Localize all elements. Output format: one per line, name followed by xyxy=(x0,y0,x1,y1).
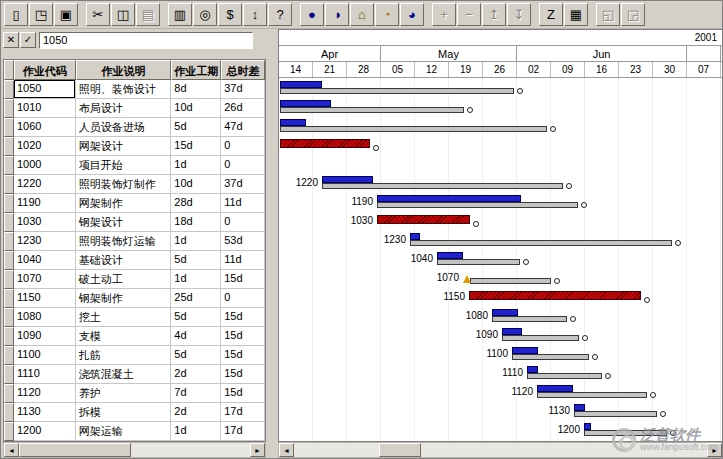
cancel-edit-button[interactable]: ✕ xyxy=(3,32,19,48)
half-circle-button[interactable]: ◑ xyxy=(325,3,349,26)
activity-code-cell[interactable]: 1220 xyxy=(14,175,76,194)
remove-button[interactable]: − xyxy=(457,3,481,26)
activity-desc-cell[interactable]: 照明装饰灯运输 xyxy=(76,232,172,251)
early-bar[interactable] xyxy=(410,233,420,240)
early-bar[interactable] xyxy=(502,328,522,335)
column-header-0[interactable]: 作业代码 xyxy=(14,60,76,80)
early-bar[interactable] xyxy=(280,119,306,126)
activity-desc-cell[interactable]: 网架制作 xyxy=(76,194,172,213)
activity-code-cell[interactable]: 1230 xyxy=(14,232,76,251)
activity-code-cell[interactable]: 1050 xyxy=(14,80,76,99)
row-selector-cell[interactable] xyxy=(4,289,14,308)
total-float-cell[interactable]: 17d xyxy=(221,422,265,441)
activity-duration-cell[interactable]: 18d xyxy=(171,213,221,232)
late-bar[interactable] xyxy=(470,278,551,284)
help-button[interactable]: ? xyxy=(268,3,292,26)
jump-up-button[interactable]: ↥ xyxy=(482,3,506,26)
activity-duration-cell[interactable]: 5d xyxy=(171,346,221,365)
total-float-cell[interactable]: 15d xyxy=(221,270,265,289)
activity-desc-cell[interactable]: 人员设备进场 xyxy=(76,118,172,137)
late-bar[interactable] xyxy=(280,88,514,94)
row-selector-cell[interactable] xyxy=(4,194,14,213)
total-float-cell[interactable]: 11d xyxy=(221,194,265,213)
total-float-cell[interactable]: 37d xyxy=(221,80,265,99)
row-selector-cell[interactable] xyxy=(4,403,14,422)
row-selector-cell[interactable] xyxy=(4,270,14,289)
late-bar[interactable] xyxy=(502,335,579,341)
column-header-2[interactable]: 作业工期 xyxy=(171,60,221,80)
activity-duration-cell[interactable]: 10d xyxy=(171,175,221,194)
activity-code-cell[interactable]: 1080 xyxy=(14,308,76,327)
gantt-scroll-thumb[interactable] xyxy=(379,443,421,457)
activity-duration-cell[interactable]: 4d xyxy=(171,327,221,346)
total-float-cell[interactable]: 0 xyxy=(221,289,265,308)
total-float-cell[interactable]: 37d xyxy=(221,175,265,194)
activity-duration-cell[interactable]: 28d xyxy=(171,194,221,213)
activity-desc-cell[interactable]: 钢架设计 xyxy=(76,213,172,232)
row-selector-cell[interactable] xyxy=(4,156,14,175)
total-float-cell[interactable]: 0 xyxy=(221,213,265,232)
add-button[interactable]: + xyxy=(432,3,456,26)
late-bar[interactable] xyxy=(280,107,464,113)
total-float-cell[interactable]: 53d xyxy=(221,232,265,251)
early-bar[interactable] xyxy=(437,252,463,259)
row-selector-cell[interactable] xyxy=(4,213,14,232)
late-bar[interactable] xyxy=(492,316,567,322)
total-float-cell[interactable]: 15d xyxy=(221,327,265,346)
save-button[interactable]: ▣ xyxy=(54,3,78,26)
total-float-cell[interactable]: 15d xyxy=(221,308,265,327)
activity-desc-cell[interactable]: 项目开始 xyxy=(76,156,172,175)
total-float-cell[interactable]: 26d xyxy=(221,99,265,118)
activity-duration-cell[interactable]: 1d xyxy=(171,156,221,175)
early-bar[interactable] xyxy=(584,423,591,430)
row-selector-cell[interactable] xyxy=(4,80,14,99)
activity-desc-cell[interactable]: 照明、装饰设计 xyxy=(76,80,172,99)
activity-duration-cell[interactable]: 5d xyxy=(171,251,221,270)
total-float-cell[interactable]: 15d xyxy=(221,346,265,365)
total-float-cell[interactable]: 15d xyxy=(221,384,265,403)
confirm-edit-button[interactable]: ✓ xyxy=(20,32,36,48)
activity-code-cell[interactable]: 1120 xyxy=(14,384,76,403)
activity-desc-cell[interactable]: 支模 xyxy=(76,327,172,346)
activity-duration-cell[interactable]: 10d xyxy=(171,99,221,118)
calendar-button[interactable]: ▦ xyxy=(564,3,588,26)
activity-duration-cell[interactable]: 15d xyxy=(171,137,221,156)
total-float-cell[interactable]: 15d xyxy=(221,365,265,384)
column-header-1[interactable]: 作业说明 xyxy=(76,60,172,80)
table-scroll-track[interactable] xyxy=(19,443,250,457)
row-selector-cell[interactable] xyxy=(4,308,14,327)
early-bar[interactable] xyxy=(377,195,521,202)
critical-bar[interactable] xyxy=(469,291,641,300)
activity-desc-cell[interactable]: 基础设计 xyxy=(76,251,172,270)
paste-button[interactable]: ▤ xyxy=(136,3,160,26)
activity-desc-cell[interactable]: 网架运输 xyxy=(76,422,172,441)
activity-code-cell[interactable]: 1110 xyxy=(14,365,76,384)
cell-edit-input[interactable] xyxy=(39,32,253,49)
print-button[interactable]: ▥ xyxy=(168,3,192,26)
late-bar[interactable] xyxy=(377,202,578,208)
activity-code-cell[interactable]: 1200 xyxy=(14,422,76,441)
activity-code-cell[interactable]: 1070 xyxy=(14,270,76,289)
column-header-3[interactable]: 总时差 xyxy=(221,60,265,80)
activity-desc-cell[interactable]: 挖土 xyxy=(76,308,172,327)
row-selector-cell[interactable] xyxy=(4,327,14,346)
activity-desc-cell[interactable]: 扎筋 xyxy=(76,346,172,365)
resource-button[interactable]: ⌂ xyxy=(350,3,374,26)
late-bar[interactable] xyxy=(280,126,547,132)
total-float-cell[interactable]: 17d xyxy=(221,403,265,422)
activity-duration-cell[interactable]: 5d xyxy=(171,308,221,327)
row-selector-cell[interactable] xyxy=(4,422,14,441)
late-bar[interactable] xyxy=(322,183,563,189)
row-selector-cell[interactable] xyxy=(4,384,14,403)
layout-1-button[interactable]: ◱ xyxy=(596,3,620,26)
early-bar[interactable] xyxy=(280,100,331,107)
activity-desc-cell[interactable]: 养护 xyxy=(76,384,172,403)
late-bar[interactable] xyxy=(437,259,520,265)
table-scroll-thumb[interactable] xyxy=(19,443,131,457)
late-bar[interactable] xyxy=(574,411,657,417)
activity-duration-cell[interactable]: 5d xyxy=(171,118,221,137)
late-bar[interactable] xyxy=(537,392,647,398)
total-float-cell[interactable]: 11d xyxy=(221,251,265,270)
currency-button[interactable]: $ xyxy=(218,3,242,26)
activity-code-cell[interactable]: 1100 xyxy=(14,346,76,365)
